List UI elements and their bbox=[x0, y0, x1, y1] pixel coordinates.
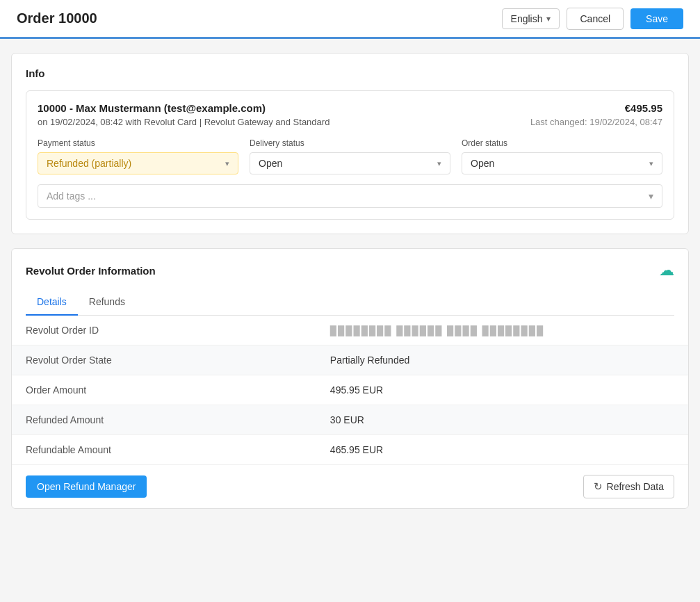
revolut-header: Revolut Order Information ☁ bbox=[12, 249, 688, 279]
tags-placeholder: Add tags ... bbox=[47, 190, 96, 202]
table-cell-label: Revolut Order State bbox=[12, 345, 316, 375]
table-row: Revolut Order ID████████ ██████ ████ ███… bbox=[12, 316, 688, 345]
table-row: Order Amount495.95 EUR bbox=[12, 375, 688, 405]
revolut-card: Revolut Order Information ☁ Details Refu… bbox=[11, 248, 689, 509]
order-amount: €495.95 bbox=[625, 102, 662, 114]
language-label: English bbox=[511, 13, 543, 24]
order-status-select[interactable]: Open ▾ bbox=[462, 152, 662, 174]
refresh-label: Refresh Data bbox=[607, 481, 664, 492]
table-cell-label: Revolut Order ID bbox=[12, 316, 316, 345]
language-selector[interactable]: English ▾ bbox=[502, 8, 560, 29]
table-cell-label: Refunded Amount bbox=[12, 405, 316, 435]
refresh-icon: ↻ bbox=[594, 480, 603, 493]
open-refund-manager-button[interactable]: Open Refund Manager bbox=[26, 475, 147, 498]
info-inner-section: 10000 - Max Mustermann (test@example.com… bbox=[26, 90, 674, 220]
payment-status-group: Payment status Refunded (partially) ▾ bbox=[38, 138, 238, 174]
revolut-section-title: Revolut Order Information bbox=[26, 265, 156, 277]
payment-status-label: Payment status bbox=[38, 138, 238, 148]
revolut-table: Revolut Order ID████████ ██████ ████ ███… bbox=[12, 316, 688, 465]
delivery-status-chevron-icon: ▾ bbox=[437, 159, 441, 168]
order-status-label: Order status bbox=[462, 138, 662, 148]
table-cell-label: Refundable Amount bbox=[12, 435, 316, 465]
order-meta: on 19/02/2024, 08:42 with Revolut Card |… bbox=[38, 117, 329, 127]
tab-details[interactable]: Details bbox=[26, 289, 78, 316]
tags-chevron-icon: ▾ bbox=[649, 190, 653, 202]
order-status-group: Order status Open ▾ bbox=[462, 138, 662, 174]
order-name: 10000 - Max Mustermann (test@example.com… bbox=[38, 102, 266, 114]
table-row: Revolut Order StatePartially Refunded bbox=[12, 345, 688, 375]
delivery-status-value: Open bbox=[259, 158, 282, 169]
status-row: Payment status Refunded (partially) ▾ De… bbox=[38, 138, 662, 174]
page-title: Order 10000 bbox=[17, 10, 97, 26]
header-actions: English ▾ Cancel Save bbox=[502, 8, 683, 30]
delivery-status-label: Delivery status bbox=[250, 138, 450, 148]
meta-row: on 19/02/2024, 08:42 with Revolut Card |… bbox=[38, 117, 662, 127]
info-section-title: Info bbox=[26, 67, 674, 79]
cloud-sync-icon[interactable]: ☁ bbox=[659, 261, 674, 279]
page-header: Order 10000 English ▾ Cancel Save bbox=[0, 0, 700, 39]
info-top-row: 10000 - Max Mustermann (test@example.com… bbox=[38, 102, 662, 114]
main-content: Info 10000 - Max Mustermann (test@exampl… bbox=[0, 39, 700, 537]
revolut-order-id-blurred: ████████ ██████ ████ ████████ bbox=[330, 325, 544, 336]
table-cell-value: ████████ ██████ ████ ████████ bbox=[316, 316, 688, 345]
order-status-value: Open bbox=[471, 158, 494, 169]
table-cell-label: Order Amount bbox=[12, 375, 316, 405]
table-cell-value: 495.95 EUR bbox=[316, 375, 688, 405]
tab-refunds[interactable]: Refunds bbox=[78, 289, 136, 316]
table-cell-value: 30 EUR bbox=[316, 405, 688, 435]
order-status-chevron-icon: ▾ bbox=[649, 159, 653, 168]
info-card: Info 10000 - Max Mustermann (test@exampl… bbox=[11, 53, 689, 234]
refresh-data-button[interactable]: ↻ Refresh Data bbox=[583, 475, 674, 498]
save-button[interactable]: Save bbox=[630, 8, 683, 29]
table-row: Refunded Amount30 EUR bbox=[12, 405, 688, 435]
cancel-button[interactable]: Cancel bbox=[567, 8, 624, 30]
payment-status-value: Refunded (partially) bbox=[47, 158, 131, 169]
table-row: Refundable Amount465.95 EUR bbox=[12, 435, 688, 465]
delivery-status-select[interactable]: Open ▾ bbox=[250, 152, 450, 174]
tags-select[interactable]: Add tags ... ▾ bbox=[38, 184, 662, 208]
payment-status-chevron-icon: ▾ bbox=[225, 159, 229, 168]
table-cell-value: 465.95 EUR bbox=[316, 435, 688, 465]
language-chevron-icon: ▾ bbox=[546, 14, 551, 24]
table-cell-value: Partially Refunded bbox=[316, 345, 688, 375]
revolut-card-footer: Open Refund Manager ↻ Refresh Data bbox=[12, 465, 688, 508]
last-changed: Last changed: 19/02/2024, 08:47 bbox=[530, 117, 662, 127]
payment-status-select[interactable]: Refunded (partially) ▾ bbox=[38, 152, 238, 174]
revolut-tabs: Details Refunds bbox=[26, 289, 674, 316]
delivery-status-group: Delivery status Open ▾ bbox=[250, 138, 450, 174]
